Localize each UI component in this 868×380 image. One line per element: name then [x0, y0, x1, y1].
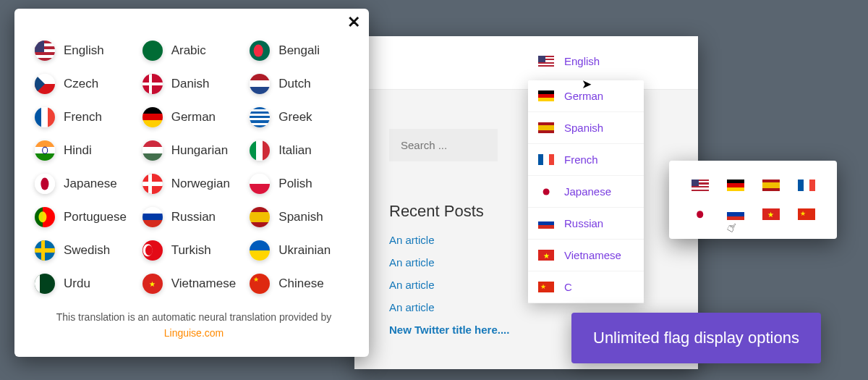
flag-icon: [250, 140, 270, 161]
language-item[interactable]: Arabic: [142, 41, 246, 61]
flag-icon: [142, 174, 163, 194]
dropdown-item-label: Russian: [564, 217, 603, 229]
search-input[interactable]: [389, 129, 498, 161]
dropdown-item[interactable]: Japanese: [528, 176, 644, 208]
language-label: Vietnamese: [171, 276, 236, 291]
flag-icon: [142, 41, 163, 61]
flag-option[interactable]: [798, 208, 815, 220]
flag-icon: [250, 240, 270, 261]
language-item[interactable]: Norwegian: [142, 174, 246, 194]
language-label: Ukrainian: [278, 243, 331, 258]
language-popup: ✕ EnglishArabicBengaliCzechDanishDutchFr…: [14, 9, 369, 357]
flag-icon: [250, 174, 270, 194]
flag-option[interactable]: [798, 180, 815, 191]
language-label: Turkish: [171, 243, 211, 258]
dropdown-item[interactable]: French: [528, 144, 644, 176]
flag-icon: [250, 41, 270, 61]
language-label: Japanese: [64, 177, 117, 191]
flag-icon: [35, 140, 55, 161]
popup-footer: This translation is an automatic neural …: [35, 310, 353, 341]
language-label: French: [64, 110, 102, 124]
language-label: Norwegian: [171, 177, 230, 191]
flag-option[interactable]: [762, 180, 780, 191]
language-item[interactable]: Russian: [142, 207, 246, 227]
dropdown-item[interactable]: C: [528, 271, 644, 303]
footer-text: This translation is an automatic neural …: [56, 311, 332, 323]
flag-option[interactable]: [762, 208, 780, 220]
language-item[interactable]: Greek: [250, 107, 353, 127]
language-label: Hungarian: [171, 143, 228, 158]
language-item[interactable]: Urdu: [35, 274, 138, 294]
language-item[interactable]: Portuguese: [35, 207, 138, 227]
language-item[interactable]: Polish: [250, 174, 353, 194]
language-label: Italian: [278, 143, 311, 158]
close-icon[interactable]: ✕: [347, 13, 360, 32]
flag-icon: [35, 74, 55, 94]
flag-icon: [142, 140, 163, 161]
language-item[interactable]: Italian: [250, 140, 353, 161]
language-item[interactable]: English: [35, 41, 138, 61]
language-label: Chinese: [278, 276, 323, 291]
flag-icon: [538, 218, 554, 229]
flag-icon: [35, 240, 55, 261]
flag-icon: [250, 74, 270, 94]
flag-grid-card: [669, 161, 837, 239]
language-label: Dutch: [278, 77, 310, 91]
flag-icon: [538, 154, 554, 165]
dropdown-item[interactable]: Vietnamese: [528, 240, 644, 271]
dropdown-item-label: Spanish: [564, 122, 603, 134]
flag-icon: [142, 240, 163, 261]
flag-option[interactable]: [692, 180, 709, 191]
language-item[interactable]: Dutch: [250, 74, 353, 94]
language-item[interactable]: French: [35, 107, 138, 127]
language-item[interactable]: Ukrainian: [250, 240, 353, 261]
dropdown-selected-label: English: [564, 55, 600, 67]
flag-option[interactable]: [727, 180, 744, 191]
language-label: Swedish: [64, 243, 110, 258]
language-item[interactable]: Japanese: [35, 174, 138, 194]
footer-link[interactable]: Linguise.com: [164, 327, 224, 339]
language-item[interactable]: Bengali: [250, 41, 353, 61]
flag-option[interactable]: [692, 208, 709, 220]
language-label: English: [64, 43, 104, 58]
flag-icon: [250, 107, 270, 127]
flag-icon: [538, 282, 554, 292]
language-dropdown: English GermanSpanishFrenchJapaneseRussi…: [528, 46, 644, 303]
flag-icon: [250, 207, 270, 227]
language-item[interactable]: Danish: [142, 74, 246, 94]
flag-icon: [142, 107, 163, 127]
language-label: Polish: [278, 177, 312, 191]
dropdown-item[interactable]: Spanish: [528, 112, 644, 144]
flag-icon: [538, 90, 554, 101]
language-label: Arabic: [171, 43, 206, 58]
dropdown-selected[interactable]: English: [528, 46, 644, 80]
language-item[interactable]: Vietnamese: [142, 274, 246, 294]
language-label: Hindi: [64, 143, 92, 158]
language-item[interactable]: Turkish: [142, 240, 246, 261]
language-label: Russian: [171, 210, 216, 224]
dropdown-item-label: French: [564, 153, 598, 166]
language-item[interactable]: Swedish: [35, 240, 138, 261]
flag-icon: [35, 107, 55, 127]
flag-icon: [35, 174, 55, 194]
flag-icon: [142, 274, 163, 294]
language-label: German: [171, 110, 216, 124]
language-label: Greek: [278, 110, 312, 124]
dropdown-item-label: German: [564, 90, 603, 102]
flag-icon: [538, 56, 554, 67]
language-item[interactable]: Czech: [35, 74, 138, 94]
flag-icon: [142, 74, 163, 94]
dropdown-item[interactable]: Russian: [528, 208, 644, 240]
language-item[interactable]: German: [142, 107, 246, 127]
dropdown-item[interactable]: German: [528, 80, 644, 112]
language-item[interactable]: Chinese: [250, 274, 353, 294]
language-item[interactable]: Hindi: [35, 140, 138, 161]
flag-icon: [35, 274, 55, 294]
language-label: Czech: [64, 77, 98, 91]
flag-icon: [142, 207, 163, 227]
flag-option[interactable]: [727, 208, 744, 220]
flag-icon: [35, 41, 55, 61]
language-item[interactable]: Spanish: [250, 207, 353, 227]
language-item[interactable]: Hungarian: [142, 140, 246, 161]
flag-icon: [538, 122, 554, 133]
